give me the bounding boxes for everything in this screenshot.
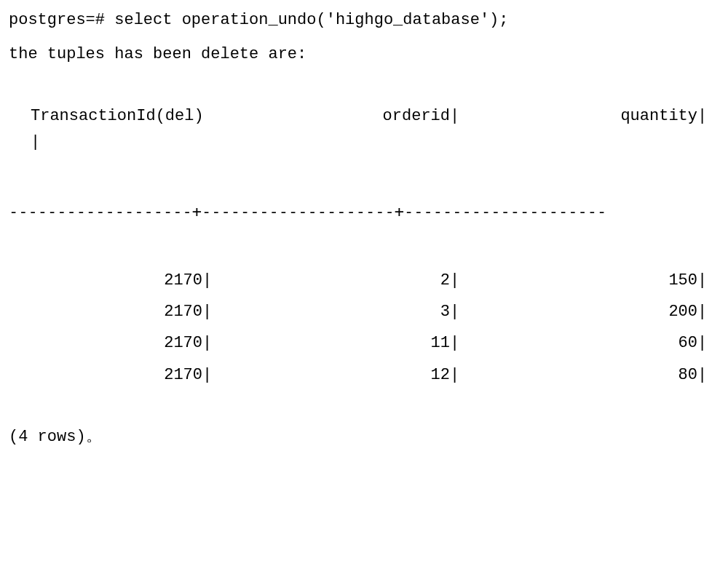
table-separator: -------------------+--------------------… (9, 199, 719, 224)
column-separator: | (697, 299, 705, 324)
column-separator: | (450, 362, 457, 388)
cell-value: 200 (668, 303, 697, 321)
column-separator: | (697, 103, 705, 129)
cell-transactionid: 2170| (9, 330, 213, 356)
column-separator: | (697, 268, 705, 293)
cell-value: 2170 (164, 303, 202, 321)
column-header-label: TransactionId(del) (31, 107, 204, 125)
cell-value: 80 (678, 366, 697, 384)
cell-orderid: 2| (213, 268, 460, 293)
table-row: 2170| 12| 80| (9, 362, 719, 388)
column-header-quantity: quantity| (460, 103, 708, 154)
sql-command: select operation_undo('highgo_database')… (114, 11, 508, 29)
cell-transactionid: 2170| (9, 268, 213, 293)
cell-orderid: 3| (213, 299, 460, 324)
column-header-label: quantity (620, 107, 697, 125)
cell-transactionid: 2170| (9, 362, 213, 388)
column-separator: | (202, 362, 210, 388)
sql-prompt: postgres=# (9, 11, 105, 29)
column-separator: | (450, 299, 457, 324)
column-separator: | (697, 330, 705, 356)
command-line: postgres=# select operation_undo('highgo… (9, 7, 719, 33)
cell-transactionid: 2170| (9, 299, 213, 324)
cell-quantity: 150| (460, 268, 708, 293)
column-header-transactionid: TransactionId(del)| (9, 103, 213, 154)
cell-value: 11 (431, 334, 450, 352)
column-separator: | (450, 103, 457, 129)
table-row: 2170| 11| 60| (9, 330, 719, 356)
cell-value: 3 (440, 303, 450, 321)
cell-orderid: 12| (213, 362, 460, 388)
result-footer: (4 rows)。 (9, 424, 719, 450)
cell-quantity: 60| (460, 330, 708, 356)
table-row: 2170| 2| 150| (9, 268, 719, 293)
column-separator: | (202, 330, 210, 356)
column-separator: | (31, 129, 38, 155)
cell-quantity: 200| (460, 299, 708, 324)
table-row: 2170| 3| 200| (9, 299, 719, 324)
cell-quantity: 80| (460, 362, 708, 388)
cell-value: 12 (431, 366, 450, 384)
column-separator: | (697, 362, 705, 388)
result-table: TransactionId(del)| orderid| quantity| -… (9, 103, 719, 387)
cell-value: 2170 (164, 271, 202, 290)
cell-value: 60 (678, 334, 697, 352)
column-separator: | (202, 299, 210, 324)
cell-value: 2170 (164, 366, 202, 384)
cell-value: 2170 (164, 334, 202, 352)
column-separator: | (450, 268, 457, 293)
cell-orderid: 11| (213, 330, 460, 356)
column-header-orderid: orderid| (213, 103, 460, 154)
cell-value: 2 (440, 271, 450, 290)
table-header-row: TransactionId(del)| orderid| quantity| (9, 103, 719, 154)
column-separator: | (202, 268, 210, 293)
output-message: the tuples has been delete are: (9, 41, 719, 67)
cell-value: 150 (668, 271, 697, 290)
column-header-label: orderid (383, 107, 450, 125)
column-separator: | (450, 330, 457, 356)
